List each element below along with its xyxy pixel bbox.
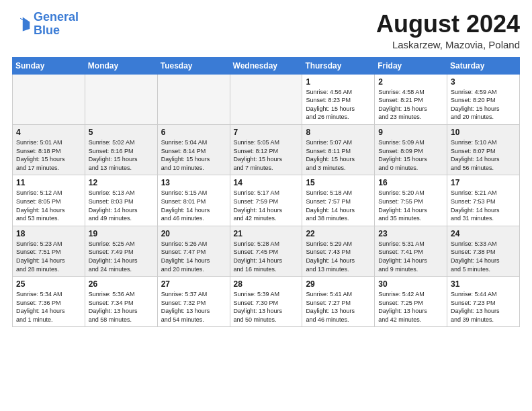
logo-line2: Blue: [34, 24, 60, 37]
day-info: Sunrise: 5:15 AM Sunset: 8:01 PM Dayligh…: [161, 189, 226, 222]
col-thursday: Thursday: [302, 57, 375, 74]
header: General Blue August 2024 Laskarzew, Mazo…: [12, 11, 520, 50]
day-number: 19: [89, 229, 154, 238]
day-number: 29: [306, 279, 371, 289]
day-info: Sunrise: 5:18 AM Sunset: 7:57 PM Dayligh…: [306, 189, 371, 222]
day-number: 12: [89, 178, 154, 187]
day-info: Sunrise: 5:41 AM Sunset: 7:27 PM Dayligh…: [306, 290, 371, 324]
day-info: Sunrise: 5:33 AM Sunset: 7:38 PM Dayligh…: [451, 240, 516, 273]
cell-2-6: 17Sunrise: 5:21 AM Sunset: 7:53 PM Dayli…: [447, 175, 520, 226]
cell-3-5: 23Sunrise: 5:31 AM Sunset: 7:41 PM Dayli…: [375, 226, 447, 276]
day-number: 25: [16, 279, 81, 289]
day-number: 16: [378, 178, 443, 187]
week-row-5: 25Sunrise: 5:34 AM Sunset: 7:36 PM Dayli…: [13, 277, 520, 327]
cell-1-4: 8Sunrise: 5:07 AM Sunset: 8:11 PM Daylig…: [302, 124, 375, 175]
day-info: Sunrise: 5:07 AM Sunset: 8:11 PM Dayligh…: [306, 138, 371, 172]
day-number: 6: [161, 128, 226, 137]
logo-text: General Blue: [34, 11, 79, 38]
day-number: 28: [234, 279, 299, 289]
cell-0-6: 3Sunrise: 4:59 AM Sunset: 8:20 PM Daylig…: [447, 74, 520, 124]
cell-2-2: 13Sunrise: 5:15 AM Sunset: 8:01 PM Dayli…: [157, 175, 230, 226]
calendar: Sunday Monday Tuesday Wednesday Thursday…: [12, 57, 520, 328]
cell-4-5: 30Sunrise: 5:42 AM Sunset: 7:25 PM Dayli…: [375, 277, 447, 327]
day-info: Sunrise: 5:10 AM Sunset: 8:07 PM Dayligh…: [451, 138, 516, 172]
day-info: Sunrise: 5:12 AM Sunset: 8:05 PM Dayligh…: [16, 189, 81, 222]
cell-2-3: 14Sunrise: 5:17 AM Sunset: 7:59 PM Dayli…: [230, 175, 302, 226]
day-info: Sunrise: 5:21 AM Sunset: 7:53 PM Dayligh…: [451, 189, 516, 222]
cell-0-0: [13, 74, 85, 124]
page: General Blue August 2024 Laskarzew, Mazo…: [0, 0, 532, 411]
col-tuesday: Tuesday: [157, 57, 230, 74]
cell-3-3: 21Sunrise: 5:28 AM Sunset: 7:45 PM Dayli…: [230, 226, 302, 276]
week-row-4: 18Sunrise: 5:23 AM Sunset: 7:51 PM Dayli…: [13, 226, 520, 276]
week-row-1: 1Sunrise: 4:56 AM Sunset: 8:23 PM Daylig…: [13, 74, 520, 124]
day-number: 14: [234, 178, 299, 187]
cell-3-4: 22Sunrise: 5:29 AM Sunset: 7:43 PM Dayli…: [302, 226, 375, 276]
day-number: 21: [234, 229, 299, 238]
day-number: 15: [306, 178, 371, 187]
day-number: 8: [306, 128, 371, 137]
cell-2-0: 11Sunrise: 5:12 AM Sunset: 8:05 PM Dayli…: [13, 175, 85, 226]
week-row-3: 11Sunrise: 5:12 AM Sunset: 8:05 PM Dayli…: [13, 175, 520, 226]
day-number: 22: [306, 229, 371, 238]
day-number: 9: [378, 128, 443, 137]
day-info: Sunrise: 5:36 AM Sunset: 7:34 PM Dayligh…: [89, 290, 154, 324]
cell-4-2: 27Sunrise: 5:37 AM Sunset: 7:32 PM Dayli…: [157, 277, 230, 327]
day-info: Sunrise: 5:25 AM Sunset: 7:49 PM Dayligh…: [89, 240, 154, 273]
day-number: 26: [89, 279, 154, 289]
day-info: Sunrise: 4:56 AM Sunset: 8:23 PM Dayligh…: [306, 88, 371, 122]
day-info: Sunrise: 4:59 AM Sunset: 8:20 PM Dayligh…: [451, 88, 516, 122]
day-info: Sunrise: 5:01 AM Sunset: 8:18 PM Dayligh…: [16, 138, 81, 172]
month-title: August 2024: [376, 11, 520, 38]
day-number: 30: [378, 279, 443, 289]
day-info: Sunrise: 5:34 AM Sunset: 7:36 PM Dayligh…: [16, 290, 81, 324]
day-info: Sunrise: 5:17 AM Sunset: 7:59 PM Dayligh…: [234, 189, 299, 222]
cell-4-6: 31Sunrise: 5:44 AM Sunset: 7:23 PM Dayli…: [447, 277, 520, 327]
day-info: Sunrise: 5:44 AM Sunset: 7:23 PM Dayligh…: [451, 290, 516, 324]
cell-4-3: 28Sunrise: 5:39 AM Sunset: 7:30 PM Dayli…: [230, 277, 302, 327]
day-number: 20: [161, 229, 226, 238]
col-friday: Friday: [375, 57, 447, 74]
day-number: 31: [451, 279, 516, 289]
day-number: 7: [234, 128, 299, 137]
day-number: 2: [378, 77, 443, 87]
cell-4-1: 26Sunrise: 5:36 AM Sunset: 7:34 PM Dayli…: [85, 277, 157, 327]
day-info: Sunrise: 5:23 AM Sunset: 7:51 PM Dayligh…: [16, 240, 81, 273]
logo-icon: [12, 15, 31, 34]
day-info: Sunrise: 5:26 AM Sunset: 7:47 PM Dayligh…: [161, 240, 226, 273]
day-info: Sunrise: 5:31 AM Sunset: 7:41 PM Dayligh…: [378, 240, 443, 273]
cell-3-1: 19Sunrise: 5:25 AM Sunset: 7:49 PM Dayli…: [85, 226, 157, 276]
cell-4-0: 25Sunrise: 5:34 AM Sunset: 7:36 PM Dayli…: [13, 277, 85, 327]
cell-3-0: 18Sunrise: 5:23 AM Sunset: 7:51 PM Dayli…: [13, 226, 85, 276]
location: Laskarzew, Mazovia, Poland: [376, 39, 520, 50]
day-info: Sunrise: 5:42 AM Sunset: 7:25 PM Dayligh…: [378, 290, 443, 324]
cell-0-4: 1Sunrise: 4:56 AM Sunset: 8:23 PM Daylig…: [302, 74, 375, 124]
cell-0-3: [230, 74, 302, 124]
day-info: Sunrise: 5:02 AM Sunset: 8:16 PM Dayligh…: [89, 138, 154, 172]
cell-3-2: 20Sunrise: 5:26 AM Sunset: 7:47 PM Dayli…: [157, 226, 230, 276]
cell-1-6: 10Sunrise: 5:10 AM Sunset: 8:07 PM Dayli…: [447, 124, 520, 175]
day-number: 3: [451, 77, 516, 87]
cell-1-0: 4Sunrise: 5:01 AM Sunset: 8:18 PM Daylig…: [13, 124, 85, 175]
day-number: 18: [16, 229, 81, 238]
cell-1-1: 5Sunrise: 5:02 AM Sunset: 8:16 PM Daylig…: [85, 124, 157, 175]
cell-4-4: 29Sunrise: 5:41 AM Sunset: 7:27 PM Dayli…: [302, 277, 375, 327]
day-number: 11: [16, 178, 81, 187]
day-number: 10: [451, 128, 516, 137]
cell-0-1: [85, 74, 157, 124]
logo: General Blue: [12, 11, 79, 38]
col-monday: Monday: [85, 57, 157, 74]
day-info: Sunrise: 5:13 AM Sunset: 8:03 PM Dayligh…: [89, 189, 154, 222]
day-info: Sunrise: 5:05 AM Sunset: 8:12 PM Dayligh…: [234, 138, 299, 172]
col-wednesday: Wednesday: [230, 57, 302, 74]
cell-0-5: 2Sunrise: 4:58 AM Sunset: 8:21 PM Daylig…: [375, 74, 447, 124]
day-number: 27: [161, 279, 226, 289]
cell-1-2: 6Sunrise: 5:04 AM Sunset: 8:14 PM Daylig…: [157, 124, 230, 175]
day-number: 24: [451, 229, 516, 238]
cell-0-2: [157, 74, 230, 124]
day-info: Sunrise: 5:29 AM Sunset: 7:43 PM Dayligh…: [306, 240, 371, 273]
week-row-2: 4Sunrise: 5:01 AM Sunset: 8:18 PM Daylig…: [13, 124, 520, 175]
day-number: 4: [16, 128, 81, 137]
cell-3-6: 24Sunrise: 5:33 AM Sunset: 7:38 PM Dayli…: [447, 226, 520, 276]
day-number: 1: [306, 77, 371, 87]
